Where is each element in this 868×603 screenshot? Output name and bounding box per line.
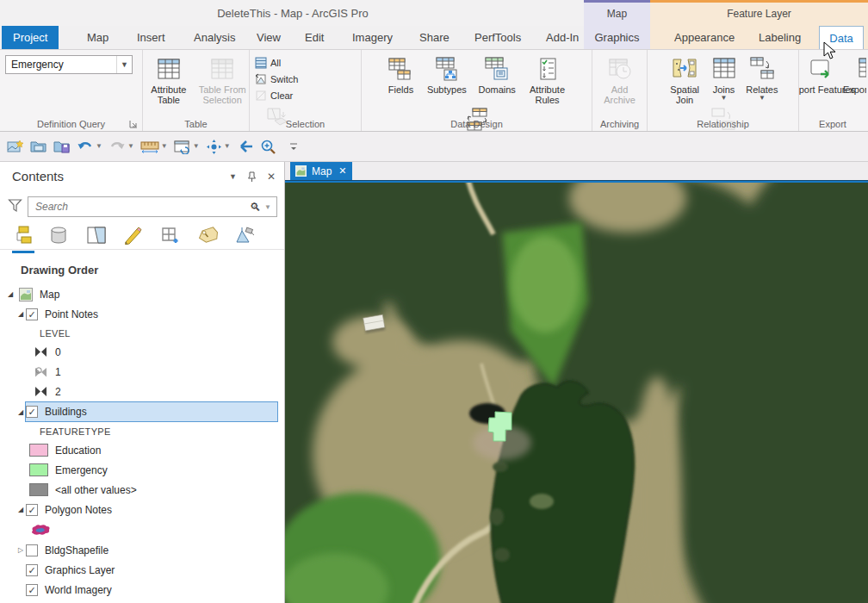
measure-dropdown-icon[interactable]: ▼	[161, 143, 168, 150]
customize-qat-button[interactable]	[289, 141, 298, 152]
tab-map[interactable]: Map	[76, 26, 120, 50]
drawing-order-heading: Drawing Order	[21, 264, 98, 277]
joins-dropdown-icon[interactable]: ▼	[721, 95, 728, 102]
group-export: Export Features Export Table Export	[799, 50, 866, 131]
tab-graphics[interactable]: Graphics	[586, 26, 648, 50]
group-data-design: Fields Subtypes Domains Attribute Rules …	[362, 50, 592, 131]
legend-item-all-other-values[interactable]: <all other values>	[0, 480, 283, 500]
save-project-button[interactable]	[53, 139, 71, 154]
checkbox-graphics-layer[interactable]: ✓	[26, 564, 38, 576]
select-all-icon	[255, 57, 267, 69]
close-pane-icon[interactable]: ✕	[267, 171, 276, 183]
map-view: Map ✕	[285, 162, 868, 603]
relates-dropdown-icon[interactable]: ▼	[759, 95, 766, 102]
clear-selection-button[interactable]: Clear	[250, 87, 303, 103]
measure-button[interactable]: ▼	[140, 140, 168, 153]
legend-item-education[interactable]: Education	[0, 440, 283, 460]
view-tab-strip: Map ✕	[285, 162, 868, 180]
tab-view[interactable]: View	[245, 26, 292, 50]
tab-addin[interactable]: Add-In	[535, 26, 590, 50]
export-table-button[interactable]: Export Table	[846, 54, 866, 95]
open-project-button[interactable]	[30, 139, 47, 154]
tab-edit[interactable]: Edit	[294, 26, 335, 50]
tab-insert[interactable]: Insert	[126, 26, 177, 50]
definition-query-combobox[interactable]: Emergency ▼	[5, 55, 133, 74]
layer-bldgshapefile[interactable]: ▷ BldgShapefile	[0, 540, 283, 560]
checkbox-bldgshapefile[interactable]	[26, 544, 38, 556]
legend-item-emergency[interactable]: Emergency	[0, 460, 283, 480]
filter-icon[interactable]	[8, 198, 22, 213]
map-view-tab[interactable]: Map ✕	[290, 162, 352, 180]
legend-item-level-2[interactable]: 2	[0, 382, 283, 401]
layer-world-imagery[interactable]: ✓ World Imagery	[0, 580, 283, 600]
explore-icon	[206, 139, 222, 155]
search-icon[interactable]: 🔍︎	[250, 201, 264, 214]
pond-island	[530, 494, 554, 509]
fields-button[interactable]: Fields	[381, 54, 419, 95]
tab-analysis[interactable]: Analysis	[183, 26, 246, 50]
layer-graphics-layer[interactable]: ✓ Graphics Layer	[0, 560, 283, 580]
legend-item-level-0[interactable]: 0	[0, 342, 283, 362]
attribute-table-button[interactable]: Attribute Table	[144, 54, 194, 105]
tab-imagery[interactable]: Imagery	[341, 26, 404, 50]
map-canvas[interactable]	[285, 183, 868, 603]
subtypes-button[interactable]: Subtypes	[423, 54, 471, 95]
combobox-dropdown-icon[interactable]: ▼	[116, 56, 132, 73]
field-heading-level: LEVEL	[0, 324, 283, 342]
undo-button[interactable]: ▼	[77, 140, 102, 154]
checkbox-world-imagery[interactable]: ✓	[26, 584, 38, 596]
close-map-tab-icon[interactable]: ✕	[338, 165, 346, 177]
polygon-notes-symbol-row[interactable]	[0, 519, 283, 540]
fields-icon	[388, 56, 413, 82]
tab-appearance[interactable]: Appearance	[663, 26, 746, 50]
group-label-relationship: Relationship	[648, 119, 798, 129]
group-label-selection: Selection	[250, 119, 361, 129]
layer-map[interactable]: ◢ Map	[0, 284, 283, 304]
add-archive-button[interactable]: Add Archive	[596, 54, 644, 105]
redo-dropdown-icon[interactable]: ▼	[127, 143, 134, 150]
checkbox-polygon-notes[interactable]: ✓	[26, 504, 38, 516]
spatial-join-button[interactable]: Spatial Join	[665, 54, 704, 105]
export-features-button[interactable]: Export Features	[799, 54, 844, 95]
previous-extent-button[interactable]	[237, 140, 254, 153]
table-from-selection-button[interactable]: Table From Selection	[196, 54, 248, 105]
expand-icon-map[interactable]: ◢	[5, 290, 16, 298]
tab-perftools[interactable]: PerfTools	[463, 26, 532, 50]
layer-polygon-notes[interactable]: ◢ ✓ Polygon Notes	[0, 500, 283, 519]
locate-pane-button[interactable]: ▼	[174, 140, 200, 154]
layer-point-notes[interactable]: ◢ ✓ Point Notes	[0, 304, 283, 324]
search-input[interactable]	[28, 201, 250, 213]
zoom-in-button[interactable]	[260, 139, 276, 155]
pane-menu-icon[interactable]: ▼	[229, 172, 237, 181]
tab-labeling[interactable]: Labeling	[747, 26, 812, 50]
expand-icon-polygon-notes[interactable]: ◢	[16, 506, 26, 513]
search-options-dropdown-icon[interactable]: ▼	[264, 203, 276, 211]
mouse-cursor	[823, 41, 837, 60]
undo-dropdown-icon[interactable]: ▼	[96, 143, 102, 150]
legend-item-level-1[interactable]: 1	[0, 362, 283, 382]
checkbox-buildings[interactable]: ✓	[26, 406, 38, 418]
attribute-rules-button[interactable]: Attribute Rules	[524, 54, 572, 105]
collapse-icon-bldgshapefile[interactable]: ▷	[16, 546, 26, 554]
select-all-button[interactable]: All	[250, 54, 303, 71]
explore-dropdown-icon[interactable]: ▼	[224, 143, 231, 150]
checkbox-point-notes[interactable]: ✓	[26, 308, 38, 320]
pin-icon[interactable]	[247, 171, 257, 183]
new-project-button[interactable]	[7, 139, 24, 154]
explore-button[interactable]: ▼	[206, 139, 231, 155]
joins-button[interactable]: Joins ▼	[708, 54, 741, 102]
quick-access-toolbar: ▼ ▼ ▼ ▼ ▼	[0, 132, 868, 162]
locate-pane-dropdown-icon[interactable]: ▼	[193, 143, 200, 150]
dialog-launcher-icon[interactable]	[129, 120, 138, 128]
relates-button[interactable]: Relates ▼	[743, 54, 781, 102]
domains-button[interactable]: Domains	[474, 54, 520, 95]
switch-selection-icon	[255, 73, 267, 85]
redo-button[interactable]: ▼	[108, 140, 134, 154]
layer-buildings[interactable]: ◢ ✓ Buildings	[0, 401, 283, 422]
tab-share[interactable]: Share	[408, 26, 461, 50]
expand-icon-point-notes[interactable]: ◢	[16, 310, 26, 318]
all-other-values-swatch	[29, 483, 48, 496]
switch-selection-button[interactable]: Switch	[250, 71, 303, 87]
contents-pane-title: Contents	[12, 169, 64, 183]
tab-project[interactable]: Project	[2, 26, 59, 50]
